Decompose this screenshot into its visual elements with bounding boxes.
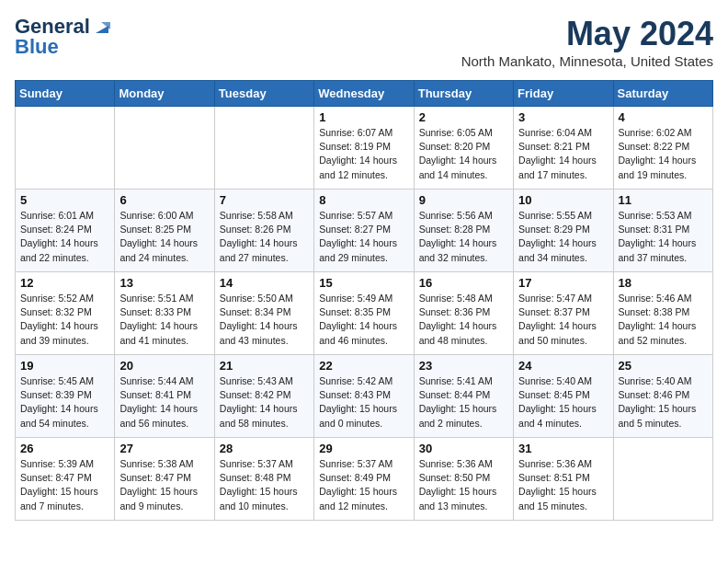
calendar-cell: 14Sunrise: 5:50 AM Sunset: 8:34 PM Dayli…: [214, 272, 313, 355]
calendar-cell: 22Sunrise: 5:42 AM Sunset: 8:43 PM Dayli…: [314, 355, 414, 438]
day-info: Sunrise: 5:53 AM Sunset: 8:31 PM Dayligh…: [619, 209, 708, 265]
calendar-cell: [613, 438, 712, 521]
logo-triangle-icon: [92, 17, 112, 37]
day-number: 21: [220, 359, 309, 373]
svg-marker-0: [96, 26, 108, 33]
day-info: Sunrise: 5:56 AM Sunset: 8:28 PM Dayligh…: [419, 209, 508, 265]
day-info: Sunrise: 5:47 AM Sunset: 8:37 PM Dayligh…: [518, 292, 608, 348]
day-number: 5: [20, 193, 109, 207]
calendar-cell: 5Sunrise: 6:01 AM Sunset: 8:24 PM Daylig…: [16, 190, 115, 272]
day-number: 1: [319, 110, 408, 124]
weekday-header-tuesday: Tuesday: [214, 81, 313, 107]
day-number: 8: [319, 193, 408, 207]
weekday-header-sunday: Sunday: [16, 81, 115, 107]
day-info: Sunrise: 5:39 AM Sunset: 8:47 PM Dayligh…: [20, 457, 109, 513]
calendar-table: SundayMondayTuesdayWednesdayThursdayFrid…: [15, 80, 713, 521]
calendar-cell: 8Sunrise: 5:57 AM Sunset: 8:27 PM Daylig…: [314, 190, 414, 272]
day-number: 6: [119, 193, 209, 207]
day-info: Sunrise: 6:07 AM Sunset: 8:19 PM Dayligh…: [319, 126, 408, 182]
day-info: Sunrise: 5:58 AM Sunset: 8:26 PM Dayligh…: [220, 209, 309, 265]
day-info: Sunrise: 5:49 AM Sunset: 8:35 PM Dayligh…: [319, 292, 408, 348]
weekday-header-friday: Friday: [514, 81, 613, 107]
day-number: 29: [319, 442, 408, 455]
calendar-cell: 9Sunrise: 5:56 AM Sunset: 8:28 PM Daylig…: [414, 190, 513, 272]
calendar-cell: 23Sunrise: 5:41 AM Sunset: 8:44 PM Dayli…: [414, 355, 513, 438]
calendar-cell: 18Sunrise: 5:46 AM Sunset: 8:38 PM Dayli…: [613, 272, 712, 355]
day-number: 25: [619, 359, 708, 373]
calendar-cell: 1Sunrise: 6:07 AM Sunset: 8:19 PM Daylig…: [314, 107, 414, 190]
day-info: Sunrise: 5:48 AM Sunset: 8:36 PM Dayligh…: [419, 292, 508, 348]
calendar-cell: 17Sunrise: 5:47 AM Sunset: 8:37 PM Dayli…: [514, 272, 613, 355]
day-number: 27: [119, 442, 209, 455]
calendar-cell: [16, 107, 115, 190]
calendar-cell: 12Sunrise: 5:52 AM Sunset: 8:32 PM Dayli…: [16, 272, 115, 355]
weekday-header-saturday: Saturday: [613, 81, 712, 107]
day-info: Sunrise: 5:41 AM Sunset: 8:44 PM Dayligh…: [419, 374, 508, 431]
day-number: 31: [518, 442, 608, 455]
day-info: Sunrise: 5:40 AM Sunset: 8:46 PM Dayligh…: [619, 374, 708, 431]
calendar-cell: 7Sunrise: 5:58 AM Sunset: 8:26 PM Daylig…: [214, 190, 313, 272]
day-number: 17: [518, 276, 608, 290]
day-info: Sunrise: 5:36 AM Sunset: 8:50 PM Dayligh…: [419, 457, 508, 513]
calendar-cell: 31Sunrise: 5:36 AM Sunset: 8:51 PM Dayli…: [514, 438, 613, 521]
calendar-cell: [214, 107, 313, 190]
day-number: 19: [20, 359, 109, 373]
calendar-cell: [115, 107, 214, 190]
day-info: Sunrise: 6:00 AM Sunset: 8:25 PM Dayligh…: [119, 209, 209, 265]
day-info: Sunrise: 5:50 AM Sunset: 8:34 PM Dayligh…: [220, 292, 309, 348]
calendar-cell: 3Sunrise: 6:04 AM Sunset: 8:21 PM Daylig…: [514, 107, 613, 190]
day-info: Sunrise: 5:46 AM Sunset: 8:38 PM Dayligh…: [619, 292, 708, 348]
day-number: 9: [419, 193, 508, 207]
day-info: Sunrise: 6:05 AM Sunset: 8:20 PM Dayligh…: [419, 126, 508, 182]
page-header: General Blue May 2024 North Mankato, Min…: [15, 15, 713, 69]
calendar-cell: 16Sunrise: 5:48 AM Sunset: 8:36 PM Dayli…: [414, 272, 513, 355]
calendar-week-row: 26Sunrise: 5:39 AM Sunset: 8:47 PM Dayli…: [16, 438, 713, 521]
calendar-cell: 29Sunrise: 5:37 AM Sunset: 8:49 PM Dayli…: [314, 438, 414, 521]
day-info: Sunrise: 5:40 AM Sunset: 8:45 PM Dayligh…: [518, 374, 608, 431]
calendar-week-row: 19Sunrise: 5:45 AM Sunset: 8:39 PM Dayli…: [16, 355, 713, 438]
calendar-week-row: 5Sunrise: 6:01 AM Sunset: 8:24 PM Daylig…: [16, 190, 713, 272]
calendar-cell: 25Sunrise: 5:40 AM Sunset: 8:46 PM Dayli…: [613, 355, 712, 438]
weekday-header-row: SundayMondayTuesdayWednesdayThursdayFrid…: [16, 81, 713, 107]
day-info: Sunrise: 5:52 AM Sunset: 8:32 PM Dayligh…: [20, 292, 109, 348]
day-number: 28: [220, 442, 309, 455]
day-info: Sunrise: 5:37 AM Sunset: 8:49 PM Dayligh…: [319, 457, 408, 513]
day-number: 13: [119, 276, 209, 290]
day-info: Sunrise: 5:44 AM Sunset: 8:41 PM Dayligh…: [119, 374, 209, 431]
day-number: 24: [518, 359, 608, 373]
day-info: Sunrise: 5:57 AM Sunset: 8:27 PM Dayligh…: [319, 209, 408, 265]
day-number: 18: [619, 276, 708, 290]
day-number: 11: [619, 193, 708, 207]
day-info: Sunrise: 6:04 AM Sunset: 8:21 PM Dayligh…: [518, 126, 608, 182]
day-number: 20: [119, 359, 209, 373]
day-number: 16: [419, 276, 508, 290]
day-number: 26: [20, 442, 109, 455]
day-info: Sunrise: 5:42 AM Sunset: 8:43 PM Dayligh…: [319, 374, 408, 431]
day-info: Sunrise: 5:36 AM Sunset: 8:51 PM Dayligh…: [518, 457, 608, 513]
day-number: 4: [619, 110, 708, 124]
calendar-cell: 28Sunrise: 5:37 AM Sunset: 8:48 PM Dayli…: [214, 438, 313, 521]
day-number: 15: [319, 276, 408, 290]
calendar-cell: 4Sunrise: 6:02 AM Sunset: 8:22 PM Daylig…: [613, 107, 712, 190]
day-info: Sunrise: 6:02 AM Sunset: 8:22 PM Dayligh…: [619, 126, 708, 182]
day-number: 22: [319, 359, 408, 373]
calendar-cell: 27Sunrise: 5:38 AM Sunset: 8:47 PM Dayli…: [115, 438, 214, 521]
calendar-week-row: 1Sunrise: 6:07 AM Sunset: 8:19 PM Daylig…: [16, 107, 713, 190]
logo-blue-text: Blue: [15, 35, 59, 59]
day-number: 14: [220, 276, 309, 290]
weekday-header-thursday: Thursday: [414, 81, 513, 107]
logo: General Blue: [15, 15, 112, 59]
calendar-cell: 26Sunrise: 5:39 AM Sunset: 8:47 PM Dayli…: [16, 438, 115, 521]
calendar-cell: 19Sunrise: 5:45 AM Sunset: 8:39 PM Dayli…: [16, 355, 115, 438]
day-number: 23: [419, 359, 508, 373]
calendar-cell: 11Sunrise: 5:53 AM Sunset: 8:31 PM Dayli…: [613, 190, 712, 272]
calendar-cell: 20Sunrise: 5:44 AM Sunset: 8:41 PM Dayli…: [115, 355, 214, 438]
day-info: Sunrise: 5:55 AM Sunset: 8:29 PM Dayligh…: [518, 209, 608, 265]
calendar-cell: 10Sunrise: 5:55 AM Sunset: 8:29 PM Dayli…: [514, 190, 613, 272]
month-title: May 2024: [461, 15, 713, 53]
calendar-week-row: 12Sunrise: 5:52 AM Sunset: 8:32 PM Dayli…: [16, 272, 713, 355]
day-number: 12: [20, 276, 109, 290]
calendar-cell: 2Sunrise: 6:05 AM Sunset: 8:20 PM Daylig…: [414, 107, 513, 190]
day-info: Sunrise: 5:37 AM Sunset: 8:48 PM Dayligh…: [220, 457, 309, 513]
location-text: North Mankato, Minnesota, United States: [461, 53, 713, 69]
